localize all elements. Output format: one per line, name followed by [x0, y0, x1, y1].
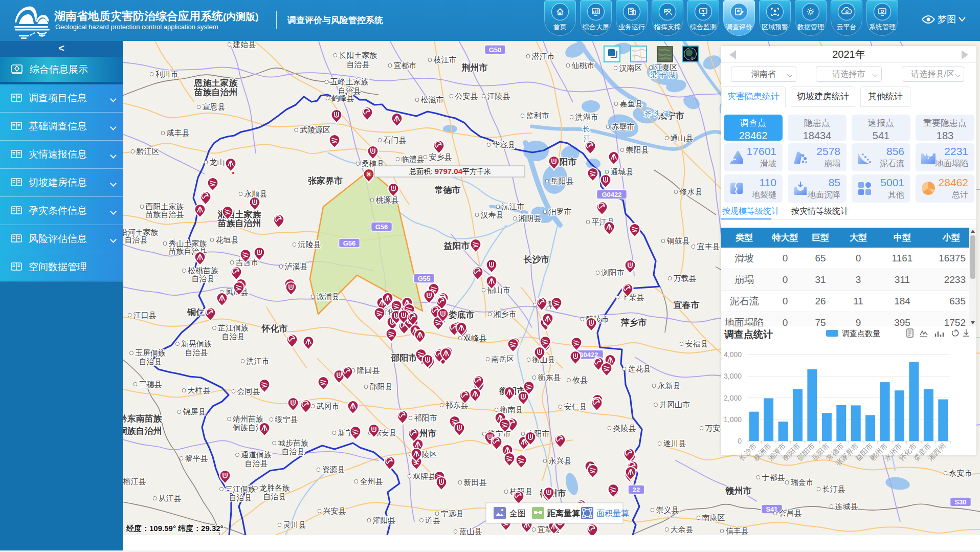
- svg-text:苗族自治州: 苗族自治州: [194, 87, 238, 97]
- svg-text:沅陵县: 沅陵县: [298, 240, 321, 249]
- svg-text:公安县: 公安县: [455, 92, 478, 100]
- svg-text:蓝山县: 蓝山县: [459, 527, 482, 536]
- svg-text:鹤峰县: 鹤峰县: [331, 94, 354, 102]
- svg-text:沅江市: 沅江市: [502, 202, 525, 211]
- svg-text:洪江市: 洪江市: [247, 357, 270, 365]
- svg-text:长: 长: [583, 125, 590, 133]
- svg-text:靖州苗族: 靖州苗族: [233, 414, 263, 423]
- svg-text:G0422: G0422: [602, 191, 621, 198]
- svg-text:会昌县: 会昌县: [779, 509, 802, 517]
- svg-text:信丰县: 信丰县: [726, 526, 749, 535]
- svg-text:资源县: 资源县: [322, 465, 345, 474]
- svg-text:邵阳县: 邵阳县: [370, 382, 393, 391]
- svg-text:自治县: 自治县: [185, 348, 208, 357]
- svg-text:新晃侗族: 新晃侗族: [181, 339, 212, 348]
- svg-text:华容县: 华容县: [492, 140, 516, 149]
- svg-text:自治县: 自治县: [229, 493, 252, 502]
- svg-text:萍乡市: 萍乡市: [621, 318, 647, 327]
- svg-text:长汀县: 长汀县: [822, 484, 845, 493]
- svg-text:自治县: 自治县: [139, 357, 162, 366]
- svg-text:安乡县: 安乡县: [429, 152, 452, 161]
- svg-text:漵浦县: 漵浦县: [317, 292, 340, 301]
- svg-text:恩施土家族: 恩施土家族: [194, 78, 238, 88]
- svg-text:江陵县: 江陵县: [487, 92, 510, 100]
- svg-text:张家界市: 张家界市: [308, 175, 343, 186]
- svg-text:汉寿县: 汉寿县: [481, 210, 504, 219]
- svg-text:监利市: 监利市: [526, 111, 549, 120]
- svg-text:G56: G56: [375, 223, 388, 231]
- svg-text:花垣县: 花垣县: [216, 235, 239, 244]
- svg-text:利川市: 利川市: [155, 70, 179, 78]
- svg-text:衡南县: 衡南县: [500, 405, 523, 414]
- svg-text:咸丰县: 咸丰县: [167, 128, 190, 137]
- svg-text:莲花县: 莲花县: [628, 364, 651, 373]
- svg-text:梁 子 湖: 梁 子 湖: [650, 71, 676, 79]
- svg-text:崇义县: 崇义县: [656, 505, 679, 514]
- svg-text:安仁县: 安仁县: [564, 402, 587, 411]
- svg-text:三江侗族: 三江侗族: [225, 484, 256, 493]
- svg-text:面积量算: 面积量算: [596, 509, 629, 518]
- svg-text:湘阴县: 湘阴县: [518, 214, 542, 223]
- svg-text:永兴县: 永兴县: [549, 456, 572, 465]
- svg-text:潜江市: 潜江市: [532, 52, 555, 60]
- svg-text:南康区: 南康区: [702, 513, 725, 522]
- svg-text:攸县: 攸县: [572, 376, 588, 384]
- svg-text:经度：109.59° 纬度：29.32°: 经度：109.59° 纬度：29.32°: [126, 524, 224, 533]
- svg-text:桃源县: 桃源县: [376, 195, 399, 204]
- svg-text:南岳区: 南岳区: [492, 355, 515, 363]
- svg-text:0: 0: [738, 437, 742, 445]
- svg-text:天柱县: 天柱县: [188, 386, 211, 394]
- svg-text:黔东南苗族: 黔东南苗族: [123, 414, 163, 424]
- svg-text:宜丰县: 宜丰县: [697, 242, 720, 251]
- svg-text:自治县: 自治县: [263, 492, 286, 501]
- svg-text:黎平县: 黎平县: [185, 454, 208, 462]
- svg-text:崇阳县: 崇阳县: [626, 145, 649, 154]
- svg-text:衡东县: 衡东县: [538, 373, 561, 382]
- svg-text:五峰土家族: 五峰土家族: [330, 77, 369, 86]
- svg-text:G55: G55: [418, 275, 431, 282]
- svg-text:浏阳市: 浏阳市: [602, 268, 625, 277]
- svg-text:芷江侗族: 芷江侗族: [218, 323, 249, 332]
- svg-text:铜鼓县: 铜鼓县: [667, 236, 690, 245]
- svg-text:常德市: 常德市: [435, 185, 461, 195]
- svg-text:自治县: 自治县: [282, 447, 305, 456]
- svg-text:枝江市: 枝江市: [433, 55, 457, 64]
- svg-text:遂川县: 遂川县: [663, 439, 686, 448]
- svg-text:汉南区: 汉南区: [619, 63, 642, 72]
- svg-text:榕江县: 榕江县: [123, 477, 146, 485]
- svg-text:娄底市: 娄底市: [448, 310, 475, 320]
- svg-text:锦屏县: 锦屏县: [183, 407, 206, 416]
- svg-text:苗族自治州: 苗族自治州: [217, 218, 261, 228]
- svg-text:万载县: 万载县: [674, 274, 697, 282]
- svg-text:怀化市: 怀化市: [261, 324, 288, 334]
- svg-text:灌阳县: 灌阳县: [373, 516, 396, 524]
- svg-text:铜仁: 铜仁: [187, 307, 205, 317]
- svg-text:长沙市: 长沙市: [523, 255, 550, 264]
- svg-text:宜都市: 宜都市: [394, 61, 417, 70]
- svg-text:湘乡市: 湘乡市: [493, 310, 517, 318]
- svg-text:自治县: 自治县: [245, 459, 268, 468]
- svg-text:自治县: 自治县: [192, 274, 215, 283]
- svg-text:仙桃市: 仙桃市: [571, 61, 595, 70]
- svg-text:侗族自治州: 侗族自治州: [123, 426, 162, 436]
- svg-text:G56: G56: [343, 239, 356, 247]
- svg-text:1,000: 1,000: [724, 415, 742, 424]
- svg-text:新田县: 新田县: [464, 478, 487, 487]
- svg-text:武陵源区: 武陵源区: [300, 125, 330, 134]
- svg-text:双峰县: 双峰县: [463, 334, 487, 342]
- svg-text:4,000: 4,000: [724, 350, 742, 359]
- svg-text:洪湖市: 洪湖市: [575, 113, 598, 121]
- svg-text:自治县: 自治县: [347, 60, 370, 69]
- svg-text:武冈市: 武冈市: [317, 402, 340, 410]
- svg-text:岳阳县: 岳阳县: [551, 176, 574, 185]
- svg-text:井冈山市: 井冈山市: [659, 400, 690, 409]
- svg-text:汨罗市: 汨罗市: [549, 207, 572, 216]
- svg-text:全图: 全图: [509, 509, 526, 518]
- svg-text:兴安县: 兴安县: [323, 506, 346, 515]
- svg-text:双牌县: 双牌县: [413, 472, 436, 480]
- svg-text:总面积: 9797.04平方千米: 总面积: 9797.04平方千米: [409, 167, 491, 175]
- svg-text:3,000: 3,000: [724, 372, 742, 380]
- svg-text:从江县: 从江县: [159, 494, 182, 502]
- svg-text:三穗县: 三穗县: [139, 380, 162, 388]
- svg-text:黔江区: 黔江区: [136, 147, 160, 156]
